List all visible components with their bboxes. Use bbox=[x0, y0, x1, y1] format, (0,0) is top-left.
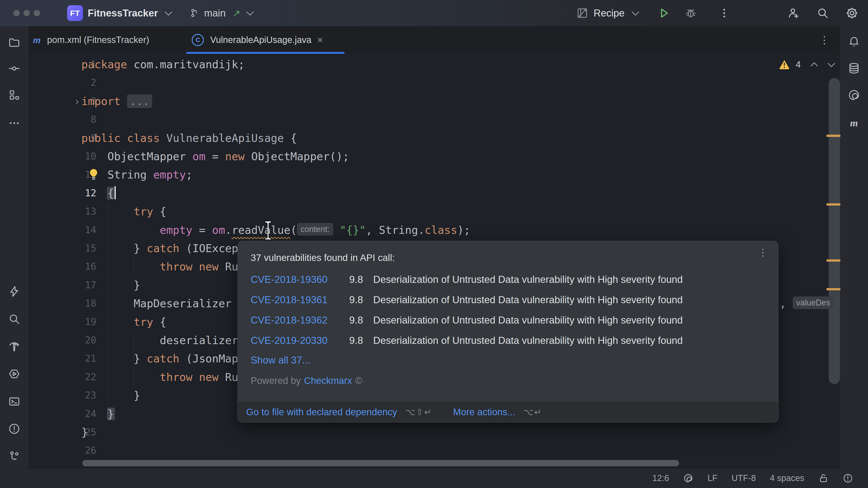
powered-by-label: Powered by bbox=[251, 375, 301, 386]
code-line-10[interactable]: ObjectMapper om = new ObjectMapper(); bbox=[81, 147, 349, 166]
git-branch-icon bbox=[188, 0, 198, 26]
file-encoding[interactable]: UTF-8 bbox=[732, 473, 756, 483]
vertical-scrollbar[interactable] bbox=[829, 78, 840, 384]
indent-guide bbox=[107, 203, 108, 404]
cvss-score: 9.8 bbox=[349, 274, 373, 285]
line-number[interactable]: 2 bbox=[29, 73, 96, 92]
code-line-23[interactable]: } bbox=[81, 386, 140, 404]
fold-arrow-icon[interactable]: › bbox=[68, 92, 86, 110]
popup-more-icon[interactable]: ⋮ bbox=[758, 248, 768, 257]
indent-style[interactable]: 4 spaces bbox=[770, 473, 804, 483]
intention-bulb-icon[interactable] bbox=[88, 168, 99, 182]
checkmarx-link[interactable]: Checkmarx bbox=[304, 375, 352, 386]
warning-stripe-mark[interactable] bbox=[827, 135, 840, 137]
tab-close-icon[interactable]: × bbox=[317, 35, 323, 45]
ai-assistant-icon[interactable] bbox=[845, 87, 863, 104]
window-minimize-button[interactable] bbox=[24, 10, 30, 16]
inspections-widget[interactable]: 4 bbox=[779, 59, 834, 70]
vulnerability-row: CVE-2018-193609.8Deserialization of Untr… bbox=[251, 272, 683, 287]
code-line-19[interactable]: try { bbox=[81, 313, 166, 331]
prev-warning-icon[interactable] bbox=[810, 62, 818, 70]
vulnerability-row: CVE-2019-203309.8Deserialization of Untr… bbox=[251, 333, 683, 348]
caret-position[interactable]: 12:6 bbox=[652, 473, 669, 483]
git-branch-icon[interactable] bbox=[6, 448, 23, 465]
code-line-21[interactable]: } catch (JsonMap bbox=[81, 349, 238, 368]
warning-stripe-mark[interactable] bbox=[827, 259, 840, 262]
branch-selector[interactable]: main ↗ bbox=[204, 0, 253, 26]
add-user-icon[interactable] bbox=[787, 0, 800, 26]
project-selector[interactable]: FitnessTracker bbox=[88, 0, 171, 26]
cve-link[interactable]: CVE-2018-19362 bbox=[251, 315, 349, 326]
cve-link[interactable]: CVE-2018-19361 bbox=[251, 294, 349, 305]
services-icon[interactable] bbox=[6, 365, 23, 383]
cvss-score: 9.8 bbox=[349, 315, 373, 326]
goto-file-link[interactable]: Go to file with declared dependency bbox=[246, 407, 397, 418]
code-line-13[interactable]: try { bbox=[81, 202, 166, 221]
goto-file-shortcut: ⌥⇧↵ bbox=[405, 407, 432, 417]
code-line-25[interactable]: } bbox=[81, 423, 88, 442]
code-line-22[interactable]: throw new Ru bbox=[81, 368, 238, 386]
more-actions-link[interactable]: More actions... bbox=[453, 407, 515, 418]
code-line-18[interactable]: MapDeserializer bbox=[81, 294, 232, 313]
tab-vulnerableapiusage[interactable]: C VulnerableApiUsage.java × bbox=[192, 26, 323, 54]
popup-footer: Go to file with declared dependency ⌥⇧↵ … bbox=[238, 402, 778, 422]
code-line-14[interactable]: empty = om.readValue(content: "{}", Stri… bbox=[81, 221, 470, 239]
search-icon[interactable] bbox=[816, 0, 829, 26]
code-line-9[interactable]: public class VulnerableApiUsage { bbox=[81, 129, 297, 147]
cve-link[interactable]: CVE-2019-20330 bbox=[251, 335, 349, 346]
code-line-1[interactable]: package com.maritvandijk; bbox=[81, 55, 245, 74]
code-line-15[interactable]: } catch (IOExcep bbox=[81, 239, 238, 258]
structure-icon[interactable] bbox=[6, 87, 23, 104]
terminal-icon[interactable] bbox=[6, 393, 23, 410]
next-warning-icon[interactable] bbox=[828, 60, 835, 67]
code-line-12[interactable]: { bbox=[81, 184, 116, 202]
debug-button[interactable] bbox=[684, 0, 697, 26]
powered-by: Powered by Checkmarx © bbox=[251, 375, 362, 386]
vulnerability-description: Deserialization of Untrusted Data vulner… bbox=[373, 294, 683, 305]
line-number[interactable]: 8 bbox=[29, 110, 96, 129]
editor-tab-bar: m pom.xml (FitnessTracker) C VulnerableA… bbox=[29, 26, 839, 54]
tab-pom-xml[interactable]: m pom.xml (FitnessTracker) bbox=[33, 26, 149, 54]
lock-open-icon[interactable] bbox=[818, 473, 829, 484]
more-icon[interactable] bbox=[6, 115, 23, 132]
status-bar: 12:6 LF UTF-8 4 spaces bbox=[0, 468, 868, 488]
horizontal-scrollbar[interactable] bbox=[82, 460, 679, 466]
error-circle-icon[interactable] bbox=[843, 473, 853, 484]
copyright-sign: © bbox=[355, 375, 362, 386]
swirl-icon[interactable] bbox=[683, 473, 693, 484]
run-button[interactable] bbox=[657, 0, 670, 26]
database-icon[interactable] bbox=[845, 60, 863, 77]
line-separator[interactable]: LF bbox=[708, 473, 717, 483]
folder-icon[interactable] bbox=[6, 34, 23, 51]
right-tool-strip: m bbox=[839, 26, 868, 468]
vulnerability-row: CVE-2018-193619.8Deserialization of Untr… bbox=[251, 293, 683, 307]
show-all-link[interactable]: Show all 37... bbox=[251, 355, 310, 366]
code-line-24[interactable]: } bbox=[81, 404, 114, 423]
indent-guide bbox=[133, 331, 134, 386]
code-line-3[interactable]: import ... bbox=[81, 92, 152, 110]
cve-link[interactable]: CVE-2018-19360 bbox=[251, 274, 349, 285]
project-icon[interactable]: FT bbox=[67, 5, 83, 21]
hammer-icon[interactable] bbox=[6, 338, 23, 355]
warning-triangle-icon bbox=[779, 59, 790, 69]
commit-icon[interactable] bbox=[6, 60, 23, 77]
find-icon[interactable] bbox=[6, 311, 23, 328]
more-actions-shortcut: ⌥↵ bbox=[524, 407, 542, 417]
tab-list-more-icon[interactable]: ⋮ bbox=[819, 26, 830, 54]
bolt-icon[interactable] bbox=[6, 283, 23, 300]
problems-icon[interactable] bbox=[6, 420, 23, 437]
maven-icon[interactable]: m bbox=[845, 115, 863, 132]
text-caret bbox=[115, 186, 116, 199]
window-close-button[interactable] bbox=[13, 10, 20, 16]
settings-gear-icon[interactable] bbox=[845, 0, 859, 26]
window-zoom-button[interactable] bbox=[34, 10, 40, 16]
code-line-20[interactable]: deserializer bbox=[81, 331, 238, 350]
run-configuration-selector[interactable]: Recipe bbox=[594, 0, 638, 26]
warning-stripe-mark[interactable] bbox=[827, 203, 840, 205]
bell-icon[interactable] bbox=[845, 33, 863, 51]
code-line-17[interactable]: } bbox=[81, 276, 140, 294]
line-number[interactable]: 26 bbox=[29, 441, 96, 460]
more-actions-icon[interactable] bbox=[718, 0, 730, 26]
warning-stripe-mark[interactable] bbox=[827, 288, 840, 290]
code-line-16[interactable]: throw new Ru bbox=[81, 257, 238, 276]
